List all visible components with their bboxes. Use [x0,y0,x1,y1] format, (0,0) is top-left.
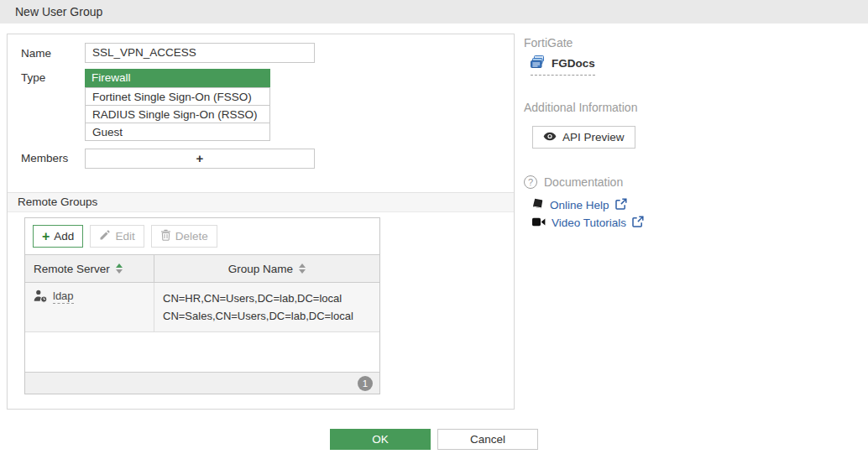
group-name-header-label: Group Name [228,263,293,275]
remote-server-link[interactable]: ldap [53,290,74,304]
delete-button-label: Delete [175,230,208,243]
name-label: Name [21,47,51,60]
remote-groups-title: Remote Groups [18,196,97,208]
table-header-row: Remote Server Group Name [25,254,379,283]
online-help-label: Online Help [550,199,609,211]
remote-server-header-label: Remote Server [34,263,110,275]
table-row[interactable]: ldap CN=HR,CN=Users,DC=lab,DC=local CN=S… [25,283,379,332]
eye-icon [543,131,557,144]
group-name-cell: CN=HR,CN=Users,DC=lab,DC=local CN=Sales,… [154,283,379,331]
type-option-fsso[interactable]: Fortinet Single Sign-On (FSSO) [85,87,270,106]
delete-button[interactable]: Delete [151,225,217,248]
ldap-user-icon [34,290,48,305]
form-panel: Name SSL_VPN_ACCESS Type Firewall Fortin… [7,34,515,410]
api-preview-button[interactable]: API Preview [532,126,635,149]
members-add-field[interactable]: + [85,149,315,169]
external-link-icon [632,216,644,230]
page-count-badge[interactable]: 1 [358,376,373,391]
members-label: Members [21,152,68,164]
table-footer: 1 [25,372,379,394]
column-header-remote-server[interactable]: Remote Server [25,255,154,282]
type-option-guest[interactable]: Guest [85,123,270,141]
edit-button-label: Edit [115,230,134,243]
name-input[interactable]: SSL_VPN_ACCESS [85,43,315,63]
plus-icon: + [42,230,50,243]
type-option-firewall[interactable]: Firewall [85,69,270,87]
pencil-icon [99,229,111,243]
documentation-heading-label: Documentation [544,175,623,189]
add-button[interactable]: +Add [33,225,83,248]
new-user-group-dialog: New User Group Name SSL_VPN_ACCESS Type … [0,0,868,454]
question-icon: ? [524,175,537,189]
ok-button[interactable]: OK [330,429,431,450]
video-tutorials-link[interactable]: Video Tutorials [532,216,644,230]
video-tutorials-label: Video Tutorials [552,217,626,229]
device-name-label: FGDocs [552,57,595,70]
sort-icon[interactable] [299,264,306,274]
group-dn: CN=Sales,CN=Users,DC=lab,DC=local [163,307,371,325]
device-name-item[interactable]: FGDocs [531,55,595,76]
api-preview-label: API Preview [562,131,625,144]
dialog-titlebar: New User Group [0,0,868,23]
cancel-button[interactable]: Cancel [437,429,538,450]
video-camera-icon [532,217,546,229]
edit-button[interactable]: Edit [90,225,144,248]
add-button-label: Add [54,230,74,243]
type-option-list: Firewall Fortinet Single Sign-On (FSSO) … [85,69,270,141]
sort-icon[interactable] [116,264,123,274]
column-header-group-name[interactable]: Group Name [154,255,379,282]
remote-groups-toolbar: +Add Edit Delete [25,218,379,254]
remote-groups-section-header: Remote Groups [8,192,514,212]
fortigate-heading: FortiGate [524,36,573,50]
remote-server-cell: ldap [25,283,154,331]
table-empty-area [25,332,379,372]
book-icon [532,198,544,212]
trash-icon [160,229,171,243]
external-link-icon [615,198,627,212]
online-help-link[interactable]: Online Help [532,198,627,212]
type-option-rsso[interactable]: RADIUS Single Sign-On (RSSO) [85,105,270,123]
fgdocs-stack-icon [531,55,546,71]
group-dn: CN=HR,CN=Users,DC=lab,DC=local [163,290,371,307]
page-title: New User Group [15,5,102,18]
info-sidebar: FortiGate FGDocs Additional Information … [522,34,861,420]
additional-information-heading: Additional Information [524,101,637,114]
documentation-heading: ? Documentation [524,175,623,189]
type-label: Type [21,71,45,84]
remote-groups-table: +Add Edit Delete Remote Server Group Nam [24,217,380,394]
